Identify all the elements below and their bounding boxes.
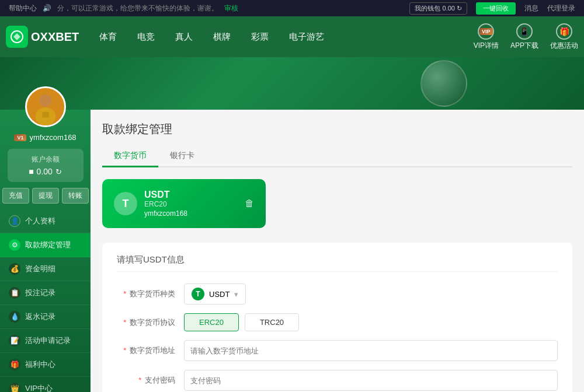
notif-bar: 帮助中心 🔊 分，可以正常游戏，给您带来不愉快的体验，谢谢。 审核 我的钱包 0…	[0, 0, 584, 16]
nav-electronic[interactable]: 电子游艺	[280, 27, 333, 47]
wallet-button[interactable]: 我的钱包 0.00 ↻	[409, 2, 467, 15]
profile-icon: 👤	[9, 215, 20, 227]
notif-left: 帮助中心 🔊 分，可以正常游戏，给您带来不愉快的体验，谢谢。 审核	[9, 4, 238, 13]
sidebar-item-withdrawal[interactable]: ⚙ 取款绑定管理	[0, 233, 91, 257]
sidebar-item-welfare[interactable]: 🎁 福利中心	[0, 353, 91, 377]
form-section-title: 请填写USDT信息	[117, 254, 558, 272]
help-center-link[interactable]: 帮助中心	[9, 4, 37, 13]
form-row-password: * 支付密码	[117, 370, 558, 391]
volume-icon: 🔊	[43, 4, 51, 12]
nav-vip[interactable]: VIP VIP详情	[474, 23, 499, 51]
content-wrapper: V1 ymfxzcom168 账户余额 ■ 0.00 ↻ 充值 提现 转账 👤 …	[0, 110, 584, 392]
nav-live[interactable]: 真人	[166, 27, 201, 47]
tab-digital-currency[interactable]: 数字货币	[102, 146, 158, 167]
balance-amount: ■ 0.00 ↻	[16, 167, 75, 176]
sidebar-label-welfare: 福利中心	[25, 359, 55, 370]
vip-label: VIP详情	[474, 41, 499, 51]
message-link[interactable]: 消息	[524, 4, 538, 13]
withdrawal-icon: ⚙	[9, 239, 20, 251]
sidebar: V1 ymfxzcom168 账户余额 ■ 0.00 ↻ 充值 提现 转账 👤 …	[0, 110, 91, 392]
nav-chess[interactable]: 棋牌	[204, 27, 239, 47]
app-icon: 📱	[516, 23, 533, 40]
sidebar-item-rebate[interactable]: 💧 返水记录	[0, 305, 91, 329]
avatar-container	[25, 86, 66, 127]
activity-icon: 📝	[9, 335, 20, 346]
protocol-trc20-button[interactable]: TRC20	[245, 313, 299, 331]
funds-icon: 💰	[9, 263, 20, 275]
tab-bank-card[interactable]: 银行卡	[158, 146, 206, 167]
soccer-ball	[420, 60, 467, 107]
transfer-button[interactable]: 转账	[62, 188, 89, 204]
hero-banner	[0, 57, 584, 110]
label-address: * 数字货币地址	[117, 345, 175, 356]
notif-right: 我的钱包 0.00 ↻ 一键回收 消息 代理登录	[409, 2, 575, 15]
nav-app[interactable]: 📱 APP下载	[510, 23, 538, 51]
form-section: 请填写USDT信息 * 数字货币种类 T USDT ▾ *	[102, 243, 572, 392]
bets-icon: 📋	[9, 287, 20, 299]
agent-link[interactable]: 代理登录	[547, 4, 575, 13]
nav-sports[interactable]: 体育	[91, 27, 126, 47]
form-row-currency-type: * 数字货币种类 T USDT ▾	[117, 284, 558, 304]
sidebar-item-vip[interactable]: 👑 VIP中心	[0, 377, 91, 392]
svg-point-2	[39, 94, 51, 107]
usdt-card: T USDT ERC20 ymfxzcom168 🗑	[102, 179, 266, 228]
usdt-card-left: T USDT ERC20 ymfxzcom168	[114, 190, 187, 218]
logo-text: OXXBET	[31, 30, 79, 44]
address-input[interactable]	[184, 340, 558, 361]
sidebar-label-funds: 资金明细	[25, 264, 55, 274]
balance-refresh-icon[interactable]: ↻	[55, 167, 62, 176]
notif-link[interactable]: 审核	[224, 4, 238, 13]
avatar	[25, 86, 66, 127]
username: ymfxzcom168	[29, 133, 76, 142]
balance-buttons: 充值 提现 转账	[2, 188, 89, 204]
nav-promo[interactable]: 🎁 优惠活动	[550, 23, 578, 51]
usdt-protocol: ERC20	[144, 200, 187, 208]
promo-label: 优惠活动	[550, 41, 578, 51]
nav-items: 体育 电竞 真人 棋牌 彩票 电子游艺	[91, 27, 473, 47]
username-badge: V1 ymfxzcom168	[14, 133, 76, 142]
page-title: 取款绑定管理	[102, 121, 572, 137]
delete-usdt-icon[interactable]: 🗑	[245, 198, 254, 209]
refresh-icon[interactable]: ↻	[457, 5, 462, 12]
currency-type-value: USDT	[209, 290, 230, 299]
logo[interactable]: OXXBET	[6, 26, 79, 48]
sidebar-label-profile: 个人资料	[25, 216, 55, 226]
logo-box	[6, 26, 28, 48]
vip-center-icon: 👑	[9, 383, 20, 392]
protocol-erc20-button[interactable]: ERC20	[184, 313, 239, 331]
nav-lottery[interactable]: 彩票	[242, 27, 277, 47]
label-currency-type: * 数字货币种类	[117, 289, 175, 299]
sidebar-item-activity[interactable]: 📝 活动申请记录	[0, 329, 91, 353]
welfare-icon: 🎁	[9, 359, 20, 370]
sidebar-item-profile[interactable]: 👤 个人资料	[0, 209, 91, 233]
withdraw-button[interactable]: 提现	[32, 188, 59, 204]
logo-icon	[10, 30, 24, 44]
payment-password-input[interactable]	[184, 370, 558, 391]
wallet-label: 我的钱包 0.00	[415, 5, 454, 12]
form-row-address: * 数字货币地址	[117, 340, 558, 361]
dropdown-arrow-icon: ▾	[234, 290, 238, 299]
avatar-image	[27, 88, 64, 126]
usdt-info: USDT ERC20 ymfxzcom168	[144, 190, 187, 218]
promo-icon: 🎁	[556, 23, 572, 40]
currency-type-selector[interactable]: T USDT ▾	[184, 284, 246, 304]
balance-section: 账户余额 ■ 0.00 ↻	[8, 149, 84, 182]
sidebar-label-vip: VIP中心	[25, 383, 53, 392]
sidebar-item-funds[interactable]: 💰 资金明细	[0, 257, 91, 281]
sidebar-item-bets[interactable]: 📋 投注记录	[0, 281, 91, 305]
deposit-button[interactable]: 充值	[2, 188, 29, 204]
sidebar-menu: 👤 个人资料 ⚙ 取款绑定管理 💰 资金明细 📋 投注记录 💧 返水记录 📝	[0, 209, 91, 392]
yijian-button[interactable]: 一键回收	[476, 2, 516, 15]
nav-right: VIP VIP详情 📱 APP下载 🎁 优惠活动	[474, 23, 578, 51]
sidebar-label-activity: 活动申请记录	[25, 335, 71, 346]
v1-badge: V1	[14, 134, 26, 141]
nav-esports[interactable]: 电竞	[128, 27, 164, 47]
label-password: * 支付密码	[117, 375, 175, 386]
sidebar-label-withdrawal: 取款绑定管理	[25, 240, 71, 250]
usdt-username: ymfxzcom168	[144, 209, 187, 218]
main-nav: OXXBET 体育 电竞 真人 棋牌 彩票 电子游艺 VIP VIP详情 📱 A…	[0, 16, 584, 57]
svg-rect-4	[42, 112, 49, 118]
balance-value: 0.00	[37, 167, 53, 176]
form-row-protocol: * 数字货币协议 ERC20 TRC20	[117, 313, 558, 331]
vip-icon: VIP	[478, 23, 494, 40]
